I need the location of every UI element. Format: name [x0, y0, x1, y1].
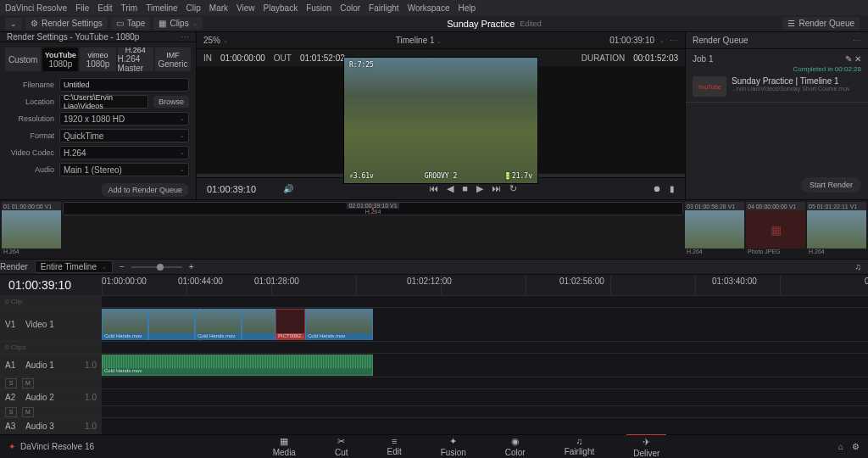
job-label: Job 1 — [693, 54, 713, 64]
project-title: Sunday Practice — [447, 19, 515, 29]
tape-toggle[interactable]: ▭Tape — [111, 17, 151, 30]
menu-trim[interactable]: Trim — [121, 3, 138, 13]
timeline-timecode[interactable]: 01:00:39:10 — [8, 278, 102, 292]
audio-track-3[interactable] — [102, 418, 868, 434]
resolution-select[interactable]: 1920 x 1080 HD⌄ — [59, 112, 189, 126]
page-deliver[interactable]: ✈Deliver — [626, 434, 666, 459]
timeline-audio-clip[interactable]: Cold Hands.mov — [102, 355, 373, 376]
menu-mark[interactable]: Mark — [209, 3, 228, 13]
timeline-clip[interactable] — [242, 309, 275, 340]
job-thumbnail: YouTube — [693, 76, 726, 97]
start-render-button[interactable]: Start Render — [801, 177, 861, 193]
page-color[interactable]: ◉Color — [498, 434, 532, 459]
menu-timeline[interactable]: Timeline — [146, 3, 177, 13]
clips-toggle[interactable]: ▦Clips⌄ — [153, 17, 202, 30]
timeline-clip[interactable]: Cold Hands.mov — [102, 309, 148, 340]
add-to-queue-button[interactable]: Add to Render Queue — [101, 183, 189, 197]
panel-menu-icon[interactable]: ⋯ — [181, 32, 189, 42]
home-icon[interactable]: ⌂ — [838, 442, 843, 451]
format-label: Format — [7, 131, 54, 140]
page-fusion[interactable]: ✦Fusion — [434, 434, 473, 459]
mute-button[interactable]: M — [22, 378, 34, 388]
clip-item[interactable]: 04 00:00:00:00 V1▦Photo JPEG — [746, 202, 805, 257]
stop-button[interactable]: ■ — [462, 183, 468, 194]
render-queue-toggle[interactable]: ☰Render Queue — [782, 17, 860, 30]
prev-button[interactable]: ◀ — [447, 183, 453, 194]
toggle-icon[interactable]: ⌄ — [5, 18, 22, 30]
queue-menu-icon[interactable]: ⋯ — [853, 36, 861, 45]
menu-view[interactable]: View — [236, 3, 255, 13]
play-button[interactable]: ▶ — [476, 183, 483, 194]
solo-button[interactable]: S — [5, 378, 17, 388]
page-cut[interactable]: ✂Cut — [328, 434, 355, 459]
location-input[interactable]: C:\Users\Ervin Liao\Videos — [59, 95, 148, 109]
timeline-clip[interactable] — [148, 309, 195, 340]
transport-timecode[interactable]: 01:00:39:10 — [207, 184, 275, 194]
zoom-out-icon[interactable]: − — [120, 262, 125, 271]
render-settings-toggle[interactable]: ⚙Render Settings — [25, 17, 108, 30]
codec-select[interactable]: H.264⌄ — [59, 146, 189, 159]
top-toolbar: ⌄ ⚙Render Settings ▭Tape ▦Clips⌄ Sunday … — [0, 15, 868, 32]
menu-davinci-resolve[interactable]: DaVinci Resolve — [5, 3, 67, 13]
clip-item[interactable]: 01 01:00:00:00 V1H.264 — [2, 202, 61, 257]
music-icon[interactable]: ♫ — [855, 262, 862, 271]
clip-item[interactable]: 05 01:01:22:11 V1H.264 — [807, 202, 866, 257]
volume-icon[interactable]: 🔊 — [283, 184, 293, 193]
record-button[interactable]: ⏺ — [653, 184, 661, 193]
in-timecode[interactable]: 01:00:00:00 — [220, 53, 265, 63]
clip-item[interactable]: 02 01:00:39:10 V1H.264 — [63, 202, 683, 215]
preset-1080p[interactable]: vimeo1080p — [80, 47, 115, 71]
mark-button[interactable]: ▮ — [670, 184, 675, 193]
render-label: Render — [0, 262, 28, 271]
loop-button[interactable]: ↻ — [509, 183, 517, 194]
audio-select[interactable]: Main 1 (Stereo)⌄ — [59, 163, 189, 176]
audio-track-1[interactable]: Cold Hands.mov — [102, 354, 868, 377]
video-track-1[interactable]: Cold Hands.movCold Hands.movPICT0082...C… — [102, 308, 868, 341]
page-edit[interactable]: ≡Edit — [381, 434, 409, 459]
preset-generic[interactable]: IMFGeneric — [155, 47, 191, 71]
job-path: ...rvin Liao\Videos\Sunday Short Course.… — [732, 86, 861, 92]
first-frame-button[interactable]: ⏮ — [429, 183, 438, 194]
menu-playback[interactable]: Playback — [264, 3, 298, 13]
menu-color[interactable]: Color — [340, 3, 360, 13]
filename-input[interactable]: Untitled — [59, 78, 189, 92]
clip-item[interactable]: 03 01:00:58:28 V1H.264 — [685, 202, 744, 257]
timeline-clip[interactable]: PICT0082... — [275, 309, 305, 340]
render-scope-select[interactable]: Entire Timeline⌄ — [35, 260, 113, 273]
preset-1080p[interactable]: YouTube1080p — [42, 47, 78, 71]
page-media[interactable]: ▦Media — [266, 434, 303, 459]
timeline-clip[interactable]: Cold Hands.mov — [195, 309, 242, 340]
close-icon[interactable]: ✕ — [854, 54, 861, 64]
page-fairlight[interactable]: ♫Fairlight — [558, 434, 602, 459]
menu-help[interactable]: Help — [458, 3, 476, 13]
zoom-in-icon[interactable]: + — [189, 262, 194, 271]
menu-bar[interactable]: DaVinci ResolveFileEditTrimTimelineClipM… — [0, 0, 868, 15]
menu-edit[interactable]: Edit — [97, 3, 112, 13]
timeline: 01:00:39:10 01:00:00:0001:00:44:0001:01:… — [0, 274, 868, 434]
last-frame-button[interactable]: ⏭ — [492, 183, 501, 194]
menu-file[interactable]: File — [75, 3, 89, 13]
preset-h.264 master[interactable]: H.264H.264 Master — [118, 47, 153, 71]
render-job[interactable]: Job 1✎ ✕ Completed in 00:02:28 YouTube S… — [686, 49, 868, 103]
audio-track-2[interactable] — [102, 389, 868, 405]
video-viewer[interactable]: R:7:25 ⚡3.61v GROOVY 2 🔋21.7v — [197, 66, 685, 174]
job-name: Sunday Practice | Timeline 1 — [732, 76, 861, 86]
pencil-icon[interactable]: ✎ — [845, 54, 852, 64]
out-timecode[interactable]: 01:01:52:02 — [300, 53, 345, 63]
browse-button[interactable]: Browse — [153, 96, 189, 108]
menu-fairlight[interactable]: Fairlight — [369, 3, 399, 13]
format-select[interactable]: QuickTime⌄ — [59, 129, 189, 142]
codec-label: Video Codec — [7, 148, 54, 157]
settings-icon[interactable]: ⚙ — [852, 442, 860, 451]
viewer-menu-icon[interactable]: ⋯ — [670, 36, 678, 45]
preset-custom[interactable]: Custom — [5, 47, 41, 71]
zoom-select[interactable]: 25%⌄ — [203, 36, 228, 45]
menu-fusion[interactable]: Fusion — [306, 3, 331, 13]
osd-bottom-left: ⚡3.61v — [349, 172, 374, 180]
viewer-timecode[interactable]: 01:00:39:10 — [609, 36, 654, 45]
menu-workspace[interactable]: Workspace — [408, 3, 450, 13]
timeline-ruler[interactable]: 01:00:00:0001:00:44:0001:01:28:0001:02:1… — [102, 275, 860, 295]
menu-clip[interactable]: Clip — [186, 3, 201, 13]
zoom-slider[interactable] — [131, 266, 182, 268]
timeline-clip[interactable]: Cold Hands.mov — [305, 309, 373, 340]
